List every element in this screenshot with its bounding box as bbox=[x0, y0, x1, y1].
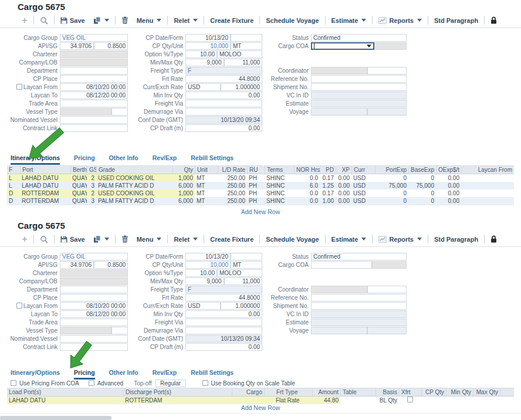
create-fixture-button[interactable]: Create Fixture bbox=[210, 236, 253, 243]
delete-button[interactable] bbox=[121, 16, 128, 24]
schedule-voyage-button[interactable]: Schedule Voyage bbox=[266, 236, 319, 243]
cell-qty[interactable]: 1,000 bbox=[172, 174, 195, 182]
cp-date-form-input[interactable]: 10/13/20 bbox=[185, 253, 231, 260]
cell-pd[interactable]: 0.17 bbox=[320, 189, 336, 197]
cell-oexp-t[interactable]: 0.00 bbox=[436, 197, 461, 205]
cell-unit[interactable]: MT bbox=[195, 174, 218, 182]
curr-exch-rate-input[interactable]: 1.000000 bbox=[221, 83, 262, 91]
min-inv-qty-input[interactable]: 0.00 bbox=[185, 92, 262, 99]
cell-frt-type[interactable]: Flat Rate bbox=[264, 397, 312, 404]
cell-port[interactable]: LAHAD DATU bbox=[20, 182, 70, 189]
laycan-to-input[interactable]: 08/12/20 00:00 bbox=[60, 92, 128, 99]
department-input[interactable] bbox=[60, 67, 128, 74]
demurrage-via-input[interactable] bbox=[185, 108, 262, 116]
save-button[interactable]: Save bbox=[60, 17, 85, 24]
cell-terms[interactable]: SHINC bbox=[265, 189, 294, 197]
laycan-from-input[interactable]: 08/10/20 00:00 bbox=[60, 302, 128, 310]
new-button[interactable]: + bbox=[22, 235, 28, 243]
cell-ru[interactable]: PH bbox=[247, 197, 265, 205]
std-paragraph-button[interactable]: Std Paragraph bbox=[434, 236, 478, 243]
cell-nor-hrs[interactable]: 0.0 bbox=[294, 174, 320, 182]
cell-gs[interactable]: 3 bbox=[87, 182, 96, 189]
cell-xp[interactable]: 0.00 bbox=[336, 174, 351, 182]
cargo-group-input[interactable]: VEG OIL bbox=[60, 34, 128, 42]
trade-area-input[interactable] bbox=[60, 319, 128, 326]
cp-draft-m-input[interactable]: 0.00 bbox=[185, 343, 262, 351]
coordinator-input[interactable] bbox=[367, 286, 407, 293]
cell-xp[interactable]: 0.00 bbox=[336, 197, 351, 205]
xfrt-checkbox[interactable] bbox=[407, 397, 413, 402]
cell-amount[interactable]: 44.80 bbox=[312, 397, 340, 404]
cargo-group-input[interactable]: VEG OIL bbox=[60, 253, 128, 260]
cell-xp[interactable]: 0.00 bbox=[336, 182, 351, 189]
cell-laycan-from[interactable] bbox=[461, 174, 514, 182]
cell-oexp-t[interactable]: 0.00 bbox=[436, 174, 461, 182]
cell-item[interactable] bbox=[500, 397, 514, 404]
cell-curr[interactable]: USD bbox=[351, 174, 375, 182]
cell-nor-hrs[interactable]: 6.0 bbox=[294, 182, 320, 189]
tab-pricing[interactable]: Pricing bbox=[74, 369, 95, 380]
cell-berth[interactable]: QUAY bbox=[70, 197, 87, 205]
tab-rebill-settings[interactable]: Rebill Settings bbox=[191, 154, 234, 165]
use-booking-qty-checkbox[interactable] bbox=[202, 380, 208, 386]
curr-exch-rate-input[interactable]: USD bbox=[185, 302, 221, 310]
menu-button[interactable]: Menu bbox=[137, 236, 162, 243]
cp-date-form-input[interactable]: 10/13/20 bbox=[185, 34, 231, 42]
add-new-row-link[interactable]: Add New Row bbox=[7, 208, 514, 215]
cell-f[interactable]: D bbox=[7, 189, 20, 197]
cell-portexp[interactable]: 0 bbox=[375, 189, 408, 197]
option-type-input[interactable]: 10.00 bbox=[185, 50, 217, 58]
cp-date-form-input[interactable] bbox=[231, 253, 262, 260]
cell-baseexp[interactable]: 0 bbox=[408, 197, 436, 205]
cell-pd[interactable]: 1.00 bbox=[320, 197, 336, 205]
cell-baseexp[interactable]: 0 bbox=[408, 189, 436, 197]
cell-gs[interactable]: 2 bbox=[87, 174, 96, 182]
api-sg-input[interactable]: 0.8500 bbox=[94, 42, 128, 50]
contract-link-input[interactable] bbox=[60, 343, 128, 351]
relet-button[interactable]: Relet bbox=[174, 236, 198, 243]
cell-xfrt[interactable] bbox=[399, 397, 421, 404]
cell-grade[interactable]: PALM FATTY ACID D bbox=[96, 197, 172, 205]
std-paragraph-button[interactable]: Std Paragraph bbox=[434, 17, 478, 24]
estimate-button[interactable]: Estimate bbox=[331, 236, 367, 243]
cell-ru[interactable]: PH bbox=[247, 174, 265, 182]
use-pricing-from-coa-label[interactable]: Use Pricing From COA bbox=[19, 380, 79, 387]
cell-f[interactable]: D bbox=[7, 197, 20, 205]
horizontal-scrollbar-thumb[interactable] bbox=[0, 416, 111, 420]
cell-unit[interactable]: MT bbox=[195, 189, 218, 197]
cell-oexp-t[interactable]: 0.00 bbox=[436, 182, 461, 189]
cell-baseexp[interactable]: 75,000 bbox=[408, 182, 436, 189]
option-type-input[interactable]: MOLOO bbox=[217, 269, 262, 277]
relet-button[interactable]: Relet bbox=[174, 17, 198, 24]
min-max-qty-input[interactable]: 9,000 bbox=[185, 277, 224, 285]
shipment-no-input[interactable] bbox=[311, 83, 407, 91]
api-sg-input[interactable]: 34.9706 bbox=[60, 42, 94, 50]
cell-l-d-rate[interactable]: 250.00 bbox=[218, 197, 247, 205]
cell-baseexp[interactable]: 0 bbox=[408, 174, 436, 182]
nominated-vessel-input[interactable] bbox=[60, 335, 128, 343]
create-fixture-button[interactable]: Create Fixture bbox=[210, 17, 253, 24]
cell-terms[interactable]: SHINC bbox=[265, 174, 294, 182]
cell-grade[interactable]: PALM FATTY ACID D bbox=[96, 182, 172, 189]
tab-itinerary-options[interactable]: Itinerary/Options bbox=[11, 154, 60, 165]
nominated-vessel-input[interactable] bbox=[60, 116, 128, 124]
top-off-input[interactable]: Regular bbox=[155, 380, 186, 387]
cell-gs[interactable]: 2 bbox=[87, 189, 96, 197]
cp-date-form-input[interactable] bbox=[231, 34, 262, 42]
cell-f[interactable]: L bbox=[7, 174, 20, 182]
cp-draft-m-input[interactable]: 0.00 bbox=[185, 124, 262, 132]
option-type-input[interactable]: MOLOO bbox=[217, 50, 262, 58]
cp-qty-unit-input[interactable]: MT bbox=[231, 261, 262, 269]
cell-load-port-s[interactable]: LAHAD DATU bbox=[7, 397, 123, 404]
cell-laycan-from[interactable] bbox=[461, 182, 514, 189]
cell-port[interactable]: LAHAD DATU bbox=[20, 174, 70, 182]
cell-laycan-from[interactable] bbox=[461, 189, 514, 197]
department-input[interactable] bbox=[60, 286, 128, 293]
laycan-from-checkbox[interactable] bbox=[16, 303, 22, 309]
menu-button[interactable]: Menu bbox=[137, 17, 162, 24]
cell-ru[interactable]: PH bbox=[247, 189, 265, 197]
cell-grade[interactable]: USED COOKING OIL bbox=[96, 174, 172, 182]
cell-table[interactable] bbox=[340, 397, 375, 404]
advanced-checkbox[interactable] bbox=[89, 380, 94, 386]
tab-rev-exp[interactable]: Rev/Exp bbox=[153, 154, 177, 165]
